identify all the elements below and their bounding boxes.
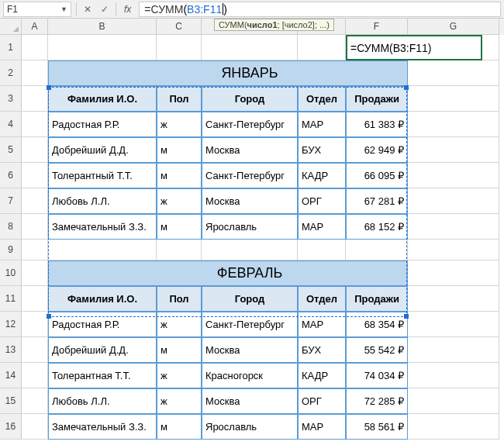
cell[interactable]: ЯНВАРЬ xyxy=(202,60,298,86)
cell[interactable] xyxy=(22,337,48,363)
cell[interactable] xyxy=(408,337,499,363)
col-header[interactable]: B xyxy=(48,19,157,35)
cell[interactable] xyxy=(22,363,48,388)
cell[interactable]: м xyxy=(157,137,202,163)
cell[interactable] xyxy=(408,214,499,240)
row-header[interactable]: 11 xyxy=(0,286,22,312)
cell[interactable]: ФЕВРАЛЬ xyxy=(202,260,298,286)
cell[interactable] xyxy=(22,260,48,286)
cell[interactable]: 67 281 ₽ xyxy=(346,188,408,214)
grid-body[interactable]: 12ЯНВАРЬ3Фамилия И.О.ПолГородОтделПродаж… xyxy=(0,35,504,440)
cell[interactable] xyxy=(22,312,48,337)
cell[interactable]: м xyxy=(157,214,202,240)
cell[interactable]: 68 354 ₽ xyxy=(346,312,408,337)
chevron-down-icon[interactable]: ▼ xyxy=(60,5,67,13)
cell[interactable]: Пол xyxy=(157,286,202,312)
cell[interactable] xyxy=(22,35,48,60)
cell[interactable]: Город xyxy=(202,286,298,312)
cell[interactable] xyxy=(298,260,346,286)
cell[interactable]: Красногорск xyxy=(202,363,298,388)
cell[interactable]: МАР xyxy=(298,112,346,137)
cell[interactable] xyxy=(22,112,48,137)
cell[interactable] xyxy=(22,240,48,260)
cell[interactable] xyxy=(346,240,408,260)
name-box[interactable]: F1 ▼ xyxy=(3,2,71,17)
row-header[interactable]: 2 xyxy=(0,60,22,86)
cell[interactable]: МАР xyxy=(298,214,346,240)
cell[interactable]: 68 152 ₽ xyxy=(346,214,408,240)
active-cell[interactable]: =СУММ(B3:F11) xyxy=(346,35,482,60)
cell[interactable] xyxy=(157,35,202,60)
cell[interactable] xyxy=(22,214,48,240)
cell[interactable]: Отдел xyxy=(298,86,346,112)
cell[interactable]: 66 095 ₽ xyxy=(346,163,408,188)
row-header[interactable]: 9 xyxy=(0,240,22,260)
cell[interactable]: Радостная Р.Р. xyxy=(48,312,157,337)
cell[interactable] xyxy=(346,260,408,286)
cell[interactable] xyxy=(22,414,48,440)
row-header[interactable]: 1 xyxy=(0,35,22,60)
cell[interactable] xyxy=(408,188,499,214)
cell[interactable]: МАР xyxy=(298,312,346,337)
cell[interactable] xyxy=(408,363,499,388)
cell[interactable] xyxy=(22,188,48,214)
cell[interactable] xyxy=(408,414,499,440)
cell[interactable]: ж xyxy=(157,188,202,214)
row-header[interactable]: 8 xyxy=(0,214,22,240)
cell[interactable]: КАДР xyxy=(298,363,346,388)
cell[interactable]: Санкт-Петербург xyxy=(202,312,298,337)
cell[interactable]: Ярославль xyxy=(202,214,298,240)
cell[interactable]: Добрейший Д.Д. xyxy=(48,337,157,363)
col-header[interactable]: A xyxy=(22,19,48,35)
cell[interactable] xyxy=(202,35,298,60)
cell[interactable]: Ярославль xyxy=(202,414,298,440)
cell[interactable]: 72 285 ₽ xyxy=(346,388,408,414)
cell[interactable]: ж xyxy=(157,388,202,414)
cell[interactable]: 62 949 ₽ xyxy=(346,137,408,163)
cell[interactable]: Толерантный Т.Т. xyxy=(48,163,157,188)
cell[interactable]: ОРГ xyxy=(298,188,346,214)
cell[interactable] xyxy=(408,112,499,137)
cell[interactable]: м xyxy=(157,163,202,188)
cell[interactable] xyxy=(22,137,48,163)
row-header[interactable]: 15 xyxy=(0,388,22,414)
cell[interactable]: Фамилия И.О. xyxy=(48,286,157,312)
col-header[interactable]: C xyxy=(157,19,202,35)
formula-input[interactable]: =СУММ(B3:F11) xyxy=(139,2,501,17)
cell[interactable] xyxy=(48,240,157,260)
cell[interactable]: Замечательный З.З. xyxy=(48,214,157,240)
cell[interactable] xyxy=(157,260,202,286)
cell[interactable] xyxy=(408,163,499,188)
cell[interactable]: 58 561 ₽ xyxy=(346,414,408,440)
cell[interactable]: БУХ xyxy=(298,337,346,363)
cell[interactable]: Толерантная Т.Т. xyxy=(48,363,157,388)
fx-button[interactable]: fx xyxy=(121,4,134,15)
cell[interactable] xyxy=(408,260,499,286)
cell[interactable]: МАР xyxy=(298,414,346,440)
row-header[interactable]: 10 xyxy=(0,260,22,286)
cell[interactable]: 74 034 ₽ xyxy=(346,363,408,388)
row-header[interactable]: 16 xyxy=(0,414,22,440)
cell[interactable] xyxy=(48,35,157,60)
cell[interactable] xyxy=(408,286,499,312)
cell[interactable] xyxy=(22,86,48,112)
cell[interactable]: ОРГ xyxy=(298,388,346,414)
cell[interactable]: БУХ xyxy=(298,137,346,163)
cell[interactable] xyxy=(157,60,202,86)
cell[interactable]: Москва xyxy=(202,337,298,363)
cell[interactable] xyxy=(48,60,157,86)
row-header[interactable]: 5 xyxy=(0,137,22,163)
cell[interactable] xyxy=(408,240,499,260)
cell[interactable] xyxy=(22,286,48,312)
cell[interactable]: Замечательный З.З. xyxy=(48,414,157,440)
cell[interactable] xyxy=(22,388,48,414)
cell[interactable] xyxy=(408,137,499,163)
cell[interactable]: 55 542 ₽ xyxy=(346,337,408,363)
cell[interactable]: Санкт-Петербург xyxy=(202,112,298,137)
row-header[interactable]: 3 xyxy=(0,86,22,112)
cell[interactable]: Любовь Л.Л. xyxy=(48,388,157,414)
cell[interactable]: 61 383 ₽ xyxy=(346,112,408,137)
row-header[interactable]: 14 xyxy=(0,363,22,388)
cell[interactable] xyxy=(298,240,346,260)
row-header[interactable]: 6 xyxy=(0,163,22,188)
